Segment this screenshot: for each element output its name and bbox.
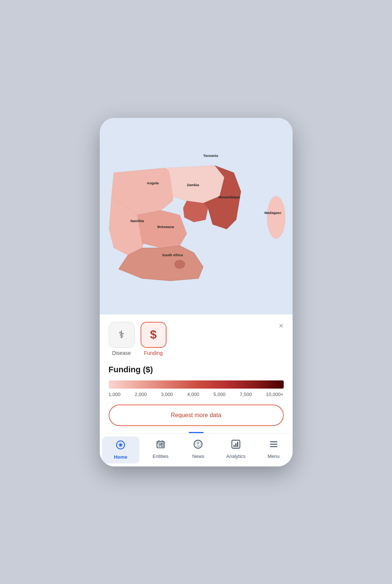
nav-menu[interactable]: Menu [255,433,293,466]
nav-analytics[interactable]: Analytics [217,433,255,466]
home-icon [116,440,125,452]
svg-rect-7 [161,444,163,447]
svg-rect-13 [237,442,238,447]
funding-title: Funding ($) [109,365,284,375]
funding-label: Funding [144,350,163,356]
namibia-label: Namibia [130,218,144,222]
bottom-panel: ⚕ Disease $ Funding × Funding ($) 1,000 … [100,314,293,466]
entities-icon [156,439,165,451]
legend-label-10000: 10,000+ [266,392,283,397]
nav-home-label: Home [114,454,127,460]
nav-entities[interactable]: Entities [142,433,179,466]
tanzania-label: Tanzania [203,153,218,157]
phone-container: Angola Zambia Mozambique Madagasc Namibi… [100,118,293,466]
nav-news[interactable]: News [179,433,217,466]
legend-color-bar [109,380,284,389]
funding-icon: $ [150,328,157,342]
legend-bar-container: 1,000 2,000 3,000 4,000 5,000 7,500 10,0… [109,380,284,397]
legend-label-4000: 4,000 [187,392,200,397]
news-icon [193,439,203,451]
madagascar-label: Madagasc [264,210,281,214]
legend-labels: 1,000 2,000 3,000 4,000 5,000 7,500 10,0… [109,392,284,397]
legend-label-7500: 7,500 [240,392,252,397]
svg-point-5 [119,443,122,446]
nav-menu-label: Menu [267,453,280,459]
category-row: ⚕ Disease $ Funding × [109,322,284,356]
nav-news-label: News [192,453,204,459]
disease-icon: ⚕ [119,329,124,341]
nav-entities-label: Entities [153,453,169,459]
disease-category[interactable]: ⚕ Disease [109,322,135,356]
nav-analytics-label: Analytics [226,453,246,459]
nav-home[interactable]: Home [102,436,140,463]
legend-label-1000: 1,000 [109,392,121,397]
angola-label: Angola [146,181,159,185]
svg-point-1 [267,196,285,238]
mozambique-label: Mozambique [218,195,240,199]
request-more-data-button[interactable]: Request more data [109,405,284,426]
zambia-label: Zambia [187,183,199,187]
disease-label: Disease [112,350,131,356]
legend-label-3000: 3,000 [161,392,173,397]
funding-category[interactable]: $ Funding [141,322,167,356]
botswana-label: Botswana [157,224,174,228]
svg-point-2 [174,260,185,268]
svg-rect-11 [234,445,235,447]
legend-label-2000: 2,000 [135,392,147,397]
close-button[interactable]: × [279,322,284,330]
south-africa-label: South Africa [162,253,183,257]
svg-rect-12 [235,443,236,447]
map-section: Angola Zambia Mozambique Madagasc Namibi… [100,118,293,314]
analytics-icon [231,439,241,451]
disease-icon-box: ⚕ [109,322,135,348]
menu-icon [269,439,279,451]
funding-icon-box: $ [141,322,167,348]
bottom-nav: Home Entities [100,433,293,466]
legend-label-5000: 5,000 [214,392,226,397]
